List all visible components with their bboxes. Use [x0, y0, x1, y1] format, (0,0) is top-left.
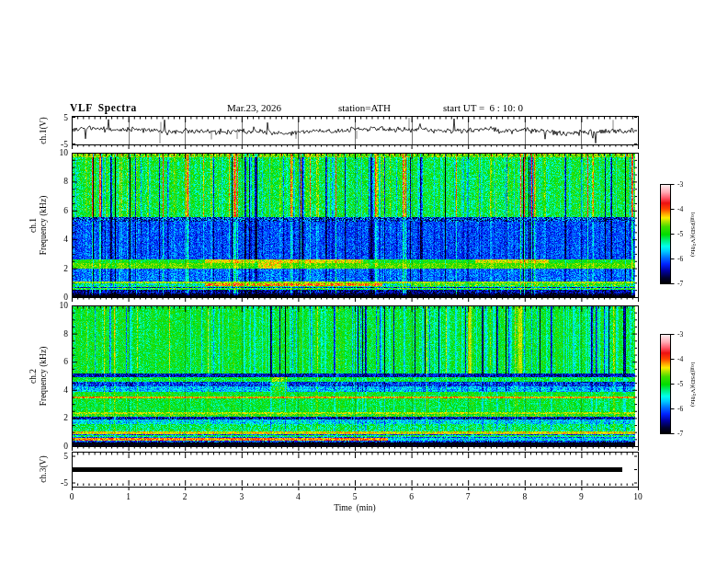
- colorbar-1-label: log(PSD)(V²/Hz): [689, 213, 697, 257]
- ch1-spec-ylabel-line1: ch.1: [28, 196, 39, 256]
- x-tick-label: 0: [63, 492, 81, 501]
- colorbar-1-tick-label: -7: [677, 281, 683, 288]
- colorbar-2-tick-label: -6: [677, 406, 683, 413]
- vlf-spectra-figure: VLF Spectra Mar.23, 2026 station=ATH sta…: [0, 0, 728, 563]
- start-time-label: start UT = 6 : 10: 0: [443, 102, 523, 113]
- figure-title: VLF Spectra: [70, 102, 137, 113]
- ch3-flat-trace: [72, 467, 622, 472]
- y-tick-label-ch2-spec: 2: [44, 413, 68, 422]
- y-tick-label-ch1-spec: 6: [44, 206, 68, 215]
- colorbar-2-label: log(PSD)(V²/Hz): [689, 362, 697, 407]
- x-tick-label: 9: [572, 492, 590, 501]
- colorbar-2-tick-label: -5: [677, 381, 683, 388]
- y-tick-label-ch1-spec: 10: [44, 148, 68, 157]
- y-tick-label-ch1-wave: 5: [44, 113, 68, 122]
- x-tick-label: 5: [346, 492, 364, 501]
- x-axis-title: Time (min): [309, 503, 401, 512]
- ch2-spec-ylabel-line1: ch.2: [28, 347, 39, 407]
- y-tick-label-ch1-wave: -5: [44, 140, 68, 149]
- x-tick-label: 1: [119, 492, 138, 501]
- y-tick-label-ch1-spec: 2: [44, 264, 68, 273]
- colorbar-1-tick-label: -4: [677, 206, 683, 213]
- x-tick-label: 4: [289, 492, 307, 501]
- x-tick-label: 2: [176, 492, 194, 501]
- y-tick-label-ch2-spec: 4: [44, 385, 68, 395]
- colorbar-1-tick-label: -6: [677, 256, 683, 263]
- y-tick-label-ch2-spec: 10: [44, 301, 68, 310]
- colorbar-2-tick-label: -3: [677, 331, 683, 339]
- x-tick-label: 6: [403, 492, 421, 501]
- ch1-waveform-canvas: [73, 117, 635, 144]
- colorbar-1: [661, 185, 670, 284]
- y-tick-label-ch1-spec: 4: [44, 235, 68, 244]
- y-tick-label-ch3-wave: -5: [44, 478, 68, 488]
- ch2-spec-ylabel-line2: Frequency (kHz): [38, 347, 48, 407]
- x-tick-label: 8: [516, 492, 534, 501]
- y-tick-label-ch2-spec: 0: [44, 442, 68, 451]
- y-tick-label-ch2-spec: 8: [44, 329, 68, 339]
- colorbar-2-tick-label: -4: [677, 356, 683, 363]
- colorbar-2-tick-label: -7: [677, 431, 683, 438]
- y-tick-label-ch2-spec: 6: [44, 357, 68, 366]
- x-tick-label: 3: [233, 492, 251, 501]
- date-label: Mar.23, 2026: [227, 102, 281, 113]
- colorbar-1-tick-label: -3: [677, 181, 683, 189]
- x-tick-label: 10: [629, 492, 647, 501]
- y-tick-label-ch1-spec: 8: [44, 177, 68, 186]
- colorbar-1-tick-label: -5: [677, 231, 683, 238]
- ch1-spec-ylabel: ch.1 Frequency (kHz): [28, 196, 48, 256]
- ch1-spec-ylabel-line2: Frequency (kHz): [38, 196, 48, 256]
- ch1-spectrogram-canvas: [73, 154, 635, 297]
- station-label: station=ATH: [338, 102, 391, 113]
- ch2-spectrogram-canvas: [73, 306, 635, 446]
- x-tick-label: 7: [459, 492, 477, 501]
- ch2-spec-ylabel: ch.2 Frequency (kHz): [28, 347, 48, 407]
- colorbar-2: [661, 335, 670, 434]
- y-tick-label-ch3-wave: 5: [44, 452, 68, 461]
